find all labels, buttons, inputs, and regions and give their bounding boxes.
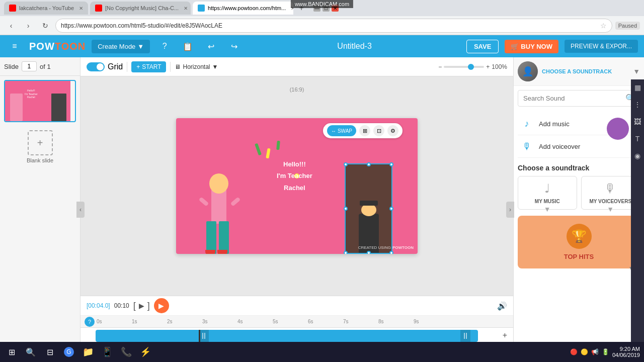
decoration-2 (266, 148, 270, 159)
swap-icon: ↔ (331, 128, 336, 134)
handle-tr[interactable] (389, 162, 393, 166)
slide-of-label: of 1 (40, 63, 51, 70)
timeline-add-button[interactable]: + (503, 331, 507, 340)
search-taskbar-button[interactable]: 🔍 (23, 344, 38, 359)
canvas-area: Grid + START 🖥 Horizontal ▼ − (80, 57, 513, 362)
zoom-minus[interactable]: − (438, 63, 442, 70)
timeline-ruler: ? 0s 1s 2s 3s 4s 5s 6s 7s 8s 9s (80, 316, 513, 328)
playhead[interactable] (199, 330, 200, 342)
task-view-button[interactable]: ⊟ (42, 344, 57, 359)
right-panel-expand-button[interactable]: › (506, 202, 514, 218)
address-bar[interactable]: https://www.powtoon.com/html5-studio/#/e… (55, 19, 612, 33)
bracket-right-button[interactable]: ] (147, 301, 150, 311)
handle-tm[interactable] (367, 162, 371, 166)
buy-now-button[interactable]: 🛒 BUY NOW (505, 40, 558, 53)
search-sound-bar[interactable]: 🔍 (518, 90, 640, 107)
chrome-taskbar[interactable]: G (61, 344, 76, 359)
back-button[interactable]: ‹ (4, 19, 18, 33)
bookmark-icon[interactable]: ☆ (600, 22, 607, 30)
start-button[interactable]: + START (131, 61, 166, 72)
search-sound-input[interactable] (518, 92, 621, 105)
refresh-button[interactable]: ↻ (38, 19, 52, 33)
tab-close-1[interactable]: ✕ (79, 6, 83, 11)
orientation-select[interactable]: 🖥 Horizontal ▼ (175, 63, 218, 70)
step-button[interactable]: ▶ (139, 302, 144, 310)
my-voiceovers-label: MY VOICEOVERS (589, 199, 631, 204)
tab-close-2[interactable]: ✕ (184, 6, 188, 11)
voiceovers-arrow: ▼ (607, 205, 614, 213)
save-button[interactable]: SAVE (466, 40, 499, 53)
character-element[interactable] (201, 153, 236, 254)
preview-button[interactable]: PREVIEW & EXPOR... (565, 40, 638, 53)
volume-button[interactable]: 🔊 (497, 301, 507, 311)
help-button[interactable]: ? (156, 38, 173, 55)
windows-button[interactable]: ⊞ (4, 344, 19, 359)
panel-collapse-button[interactable]: ▼ (633, 67, 640, 75)
right-panel: 👤 Choose a soundtrack ▼ 🔍 ♪ Add music (513, 57, 644, 362)
browser-tab-2[interactable]: [No Copyright Music] Cha-C... ✕ (90, 2, 191, 15)
decoration-3 (276, 141, 280, 150)
zoom-plus[interactable]: + (486, 63, 490, 70)
timeline-track[interactable] (96, 330, 478, 342)
add-voiceover-label: Add voiceover (539, 143, 580, 150)
slide-canvas[interactable]: Hello!!! I'm Teacher Rachel (176, 118, 418, 254)
timeline-drag-right[interactable] (460, 330, 470, 342)
settings-button[interactable]: ⚙ (387, 125, 398, 136)
timeline-drag-left[interactable] (199, 330, 209, 342)
my-music-card[interactable]: ♩ MY MUSIC ▼ (518, 176, 577, 210)
grid-toggle[interactable]: Grid (87, 62, 123, 71)
swap-button[interactable]: ↔ SWAP (327, 125, 356, 136)
help-button-timeline[interactable]: ? (85, 317, 95, 327)
slide-number-input[interactable] (22, 61, 37, 71)
handle-tl[interactable] (344, 162, 348, 166)
blank-slide-button[interactable]: + Blank slide (4, 126, 76, 167)
forward-button[interactable]: › (21, 19, 35, 33)
grid-switch[interactable] (87, 62, 105, 71)
menu-button[interactable]: ≡ (6, 38, 23, 55)
edge-shape-icon[interactable]: ◉ (634, 152, 640, 160)
handle-mr[interactable] (389, 207, 393, 211)
app-taskbar-1[interactable]: 📱 (100, 344, 115, 359)
notes-button[interactable]: 📋 (179, 38, 196, 55)
tab-label-1: lakcatchera - YouTube (19, 5, 74, 11)
current-time-display: [00:04.0] (87, 302, 110, 309)
edge-image-icon[interactable]: 🖼 (634, 118, 641, 126)
app-taskbar-2[interactable]: 📞 (119, 344, 134, 359)
graduate-element[interactable] (345, 163, 392, 254)
top-hits-card[interactable]: 🏆 TOP HITS ▼ (518, 216, 640, 268)
create-mode-button[interactable]: Create Mode ▼ (92, 40, 150, 53)
microphone-icon: 🎙 (520, 139, 534, 153)
undo-button[interactable]: ↩ (202, 38, 219, 55)
handle-ml[interactable] (344, 207, 348, 211)
handle-bm[interactable] (367, 251, 371, 254)
handle-bl[interactable] (344, 251, 348, 254)
blank-slide-label: Blank slide (27, 157, 53, 163)
sidebar-collapse-button[interactable]: ‹ (76, 202, 85, 218)
ruler-mark-0: 0s (97, 319, 102, 324)
align-button[interactable]: ⊞ (359, 125, 370, 136)
redo-button[interactable]: ↪ (225, 38, 243, 55)
toolbar-separator (127, 62, 127, 72)
slide-controls: Slide of 1 (0, 57, 80, 76)
ruler-mark-5: 5s (273, 319, 278, 324)
file-manager-taskbar[interactable]: 📁 (80, 344, 96, 359)
cart-icon: 🛒 (511, 43, 519, 50)
handle-br[interactable] (389, 251, 393, 254)
edge-pattern-icon[interactable]: ⋮ (634, 101, 641, 109)
zoom-slider[interactable] (444, 66, 484, 68)
app-taskbar-3[interactable]: ⚡ (138, 344, 153, 359)
slide-thumbnail-1[interactable]: Hello!!!I'm TeacherRachel (4, 80, 76, 122)
blank-slide-icon: + (28, 130, 53, 155)
browser-tab-3[interactable]: https://www.powtoon.com/htm... ✕ (193, 2, 293, 15)
play-button[interactable]: ▶ (154, 298, 169, 313)
ruler-mark-2: 2s (167, 319, 173, 324)
bracket-left-button[interactable]: [ (133, 301, 136, 311)
browser-tab-1[interactable]: lakcatchera - YouTube ✕ (4, 2, 88, 15)
tray-icon-4: 🔋 (602, 348, 609, 355)
edge-text-icon[interactable]: T (635, 135, 640, 143)
ruler-mark-3: 3s (202, 319, 208, 324)
trophy-icon: 🏆 (572, 229, 587, 243)
total-time-display: 00:10 (114, 302, 129, 309)
edge-grid-icon[interactable]: ▦ (634, 83, 641, 92)
crop-button[interactable]: ⊡ (373, 125, 384, 136)
